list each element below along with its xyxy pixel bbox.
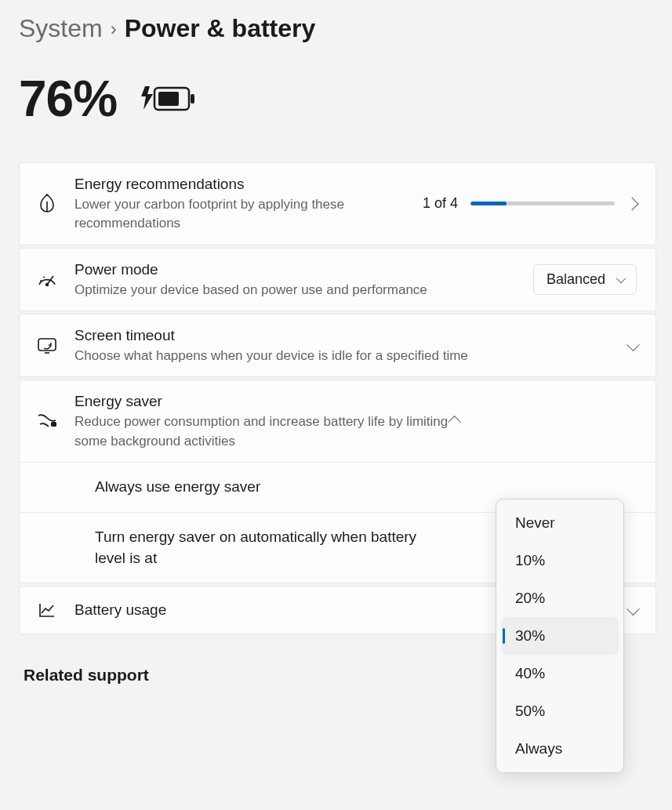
page-title: Power & battery xyxy=(125,14,316,43)
energy-recs-subtitle: Lower your carbon footprint by applying … xyxy=(74,195,412,234)
svg-rect-9 xyxy=(51,422,56,427)
energy-recs-progress xyxy=(470,202,615,205)
svg-rect-1 xyxy=(158,92,179,106)
svg-rect-2 xyxy=(191,94,194,104)
energy-recs-count: 1 of 4 xyxy=(423,195,458,212)
energy-saver-option[interactable]: 10% xyxy=(501,542,619,579)
energy-saver-option[interactable]: Never xyxy=(501,504,619,542)
energy-saver-header[interactable]: Energy saver Reduce power consumption an… xyxy=(20,380,656,462)
energy-saver-option[interactable]: 30% xyxy=(501,617,619,655)
power-mode-subtitle: Optimize your device based on power use … xyxy=(74,281,533,300)
always-energy-saver-label: Always use energy saver xyxy=(95,477,637,498)
chevron-right-icon xyxy=(626,197,639,210)
svg-point-7 xyxy=(43,276,45,278)
energy-saver-option[interactable]: Always xyxy=(501,730,619,768)
chevron-down-icon xyxy=(627,338,640,351)
energy-saver-icon xyxy=(37,414,57,428)
energy-recs-title: Energy recommendations xyxy=(74,174,412,194)
svg-line-5 xyxy=(47,276,53,285)
power-mode-card: Power mode Optimize your device based on… xyxy=(19,248,656,311)
power-mode-title: Power mode xyxy=(74,260,533,280)
energy-saver-threshold-menu: Never10%20%30%40%50%Always xyxy=(496,499,624,773)
breadcrumb-parent[interactable]: System xyxy=(19,14,103,43)
energy-saver-subtitle: Reduce power consumption and increase ba… xyxy=(74,412,451,451)
chart-icon xyxy=(37,602,57,618)
battery-percent: 76% xyxy=(19,70,117,128)
energy-saver-option[interactable]: 40% xyxy=(501,655,619,692)
chevron-right-icon: › xyxy=(111,18,117,40)
battery-charging-icon xyxy=(139,83,197,114)
energy-saver-option[interactable]: 50% xyxy=(501,692,619,730)
screen-timeout-card[interactable]: Screen timeout Choose what happens when … xyxy=(19,314,656,377)
gauge-icon xyxy=(37,272,57,288)
energy-saver-title: Energy saver xyxy=(74,391,451,412)
svg-point-6 xyxy=(40,280,42,282)
power-mode-select[interactable]: Balanced xyxy=(533,264,637,295)
energy-recommendations-card[interactable]: Energy recommendations Lower your carbon… xyxy=(19,162,656,245)
auto-energy-saver-label: Turn energy saver on automatically when … xyxy=(95,527,440,568)
battery-status: 76% xyxy=(19,70,656,128)
screen-icon xyxy=(37,338,57,354)
leaf-icon xyxy=(37,194,57,214)
screen-timeout-subtitle: Choose what happens when your device is … xyxy=(74,347,627,366)
breadcrumb: System › Power & battery xyxy=(19,14,656,43)
screen-timeout-title: Screen timeout xyxy=(74,325,627,346)
chevron-down-icon xyxy=(627,602,640,616)
power-mode-selected: Balanced xyxy=(547,271,605,288)
energy-saver-option[interactable]: 20% xyxy=(501,579,619,617)
chevron-down-icon xyxy=(616,274,627,284)
